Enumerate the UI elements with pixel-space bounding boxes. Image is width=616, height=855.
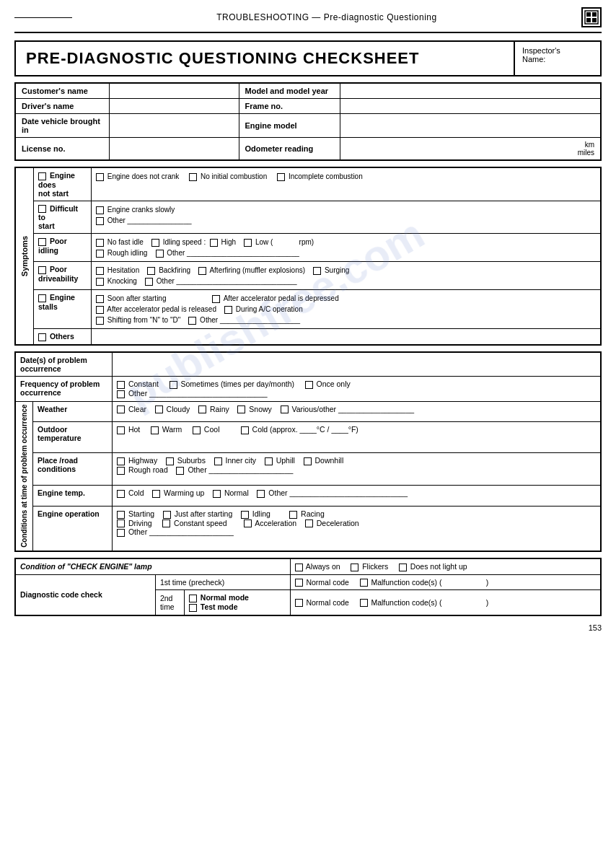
check-engine-table: Condition of "CHECK ENGINE" lamp Always … — [14, 558, 602, 616]
engine-temp-options: Cold Warming up Normal Other ___________… — [113, 486, 602, 506]
symptom-difficult-start-detail: Engine cranks slowly Other _____________… — [92, 201, 602, 234]
outdoor-temp-label: Outdoor temperature — [33, 422, 113, 453]
weather-options: Clear Cloudy Rainy Snowy Various/other _… — [113, 401, 602, 421]
place-road-options: Highway Suburbs Inner city Uphill Downhi… — [113, 453, 602, 486]
svg-rect-3 — [586, 18, 591, 22]
first-time-label: 1st time (precheck) — [155, 574, 290, 590]
inspector-box: Inspector's Name: — [514, 42, 600, 75]
dates-label: Date(s) of problem occurrence — [15, 352, 113, 377]
diag-code-label: Diagnostic code check — [15, 574, 155, 615]
frame-label: Frame no. — [239, 99, 340, 114]
customer-name-label: Customer's name — [15, 83, 109, 99]
svg-rect-2 — [592, 12, 597, 17]
svg-rect-1 — [586, 12, 591, 17]
mode-options: Normal mode Test mode — [184, 590, 290, 615]
odometer-label: Odometer reading — [239, 138, 340, 161]
outdoor-temp-options: Hot Warm Cool Cold (approx. ____°C / ___… — [113, 422, 602, 453]
symptom-engine-no-start: Engine doesnot start — [34, 167, 92, 201]
check-engine-label: Condition of "CHECK ENGINE" lamp — [15, 558, 290, 574]
model-label: Model and model year — [239, 83, 340, 99]
engine-model-value — [340, 114, 601, 138]
weather-label: Weather — [33, 401, 113, 421]
page-header: TROUBLESHOOTING — Pre-diagnostic Questio… — [14, 7, 602, 33]
driver-name-label: Driver's name — [15, 99, 109, 114]
symptoms-table: Symptoms Engine doesnot start Engine doe… — [14, 167, 602, 346]
model-value — [340, 83, 601, 99]
symptom-poor-driveability: Poordriveability — [34, 262, 92, 290]
svg-rect-4 — [592, 18, 597, 22]
frame-value — [340, 99, 601, 114]
symptom-others-detail — [92, 329, 602, 345]
header-icon — [581, 7, 602, 27]
main-title-box: PRE-DIAGNOSTIC QUESTIONING CHECKSHEET In… — [14, 40, 602, 76]
symptom-engine-no-start-detail: Engine does not crank No initial combust… — [92, 167, 602, 201]
symptom-poor-idling-detail: No fast idle Idling speed : High Low ( r… — [92, 234, 602, 262]
inspector-label: Inspector's — [522, 46, 593, 55]
frequency-label: Frequency of problem occurrence — [15, 377, 113, 401]
page-header-title: TROUBLESHOOTING — Pre-diagnostic Questio… — [216, 12, 436, 22]
driver-name-value — [109, 99, 239, 114]
license-label: License no. — [15, 138, 109, 161]
conditions-table: Date(s) of problem occurrence Frequency … — [14, 351, 602, 552]
symptom-engine-stalls-detail: Soon after starting After accelerator pe… — [92, 290, 602, 329]
symptom-poor-idling: Poor idling — [34, 234, 92, 262]
symptom-engine-stalls: Engine stalls — [34, 290, 92, 329]
frequency-options: Constant Sometimes (times per day/month)… — [113, 377, 602, 401]
place-road-label: Place /road conditions — [33, 453, 113, 486]
km-label: km — [585, 141, 594, 149]
engine-temp-label: Engine temp. — [33, 486, 113, 506]
engine-model-label: Engine model — [239, 114, 340, 138]
symptom-difficult-start: Difficult tostart — [34, 201, 92, 234]
inspector-name-label: Name: — [522, 55, 593, 63]
license-value — [109, 138, 239, 161]
second-time-codes: Normal code Malfunction code(s) ( ) — [290, 590, 601, 615]
first-time-codes: Normal code Malfunction code(s) ( ) — [290, 574, 601, 590]
symptom-others: Others — [34, 329, 92, 345]
date-label: Date vehicle brought in — [15, 114, 109, 138]
km-miles: km miles — [340, 138, 601, 161]
customer-info-table: Customer's name Model and model year Dri… — [14, 82, 602, 161]
symptom-poor-driveability-detail: Hesitation Backfiring Afterfiring (muffl… — [92, 262, 602, 290]
page-number: 153 — [14, 623, 602, 632]
engine-operation-label: Engine operation — [33, 506, 113, 551]
lamp-options: Always on Flickers Does not light up — [290, 558, 601, 574]
customer-name-value — [109, 83, 239, 99]
conditions-section-label: Conditions at time of problem occurrence — [15, 401, 33, 551]
miles-label: miles — [578, 149, 594, 157]
symptoms-section-label: Symptoms — [15, 167, 34, 345]
main-title: PRE-DIAGNOSTIC QUESTIONING CHECKSHEET — [16, 42, 514, 75]
second-time-label: 2nd time — [155, 590, 184, 615]
date-value — [109, 114, 239, 138]
engine-operation-options: Starting Just after starting Idling Raci… — [113, 506, 602, 551]
dates-value — [113, 352, 602, 377]
